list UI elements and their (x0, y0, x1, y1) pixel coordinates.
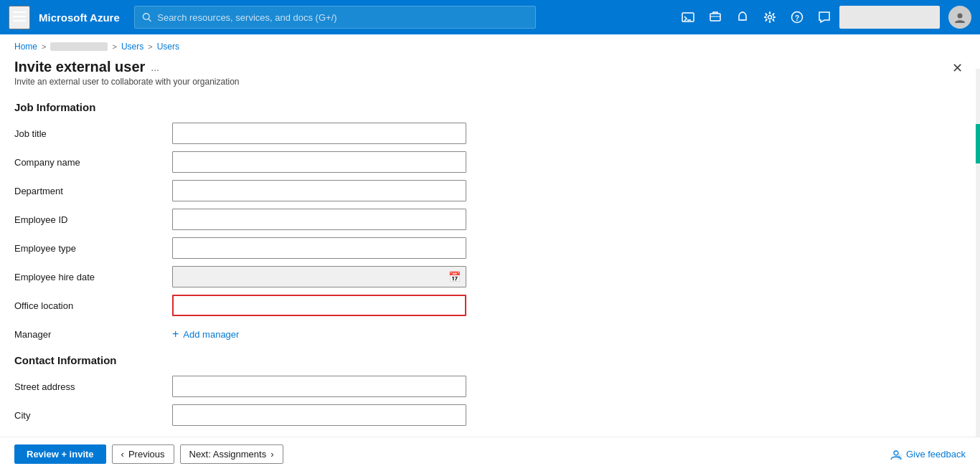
notifications-button[interactable] (730, 6, 755, 28)
previous-chevron: ‹ (121, 449, 124, 460)
topbar-icon-group: ? (676, 6, 971, 29)
label-employee-hire-date: Employee hire date (14, 272, 172, 282)
svg-rect-1 (13, 16, 26, 17)
label-city: City (14, 410, 172, 421)
main-content: Home > > Users > Users Invite external u… (0, 34, 980, 471)
page-header: Invite external user ... Invite an exter… (0, 56, 980, 92)
form-row-employee-hire-date: Employee hire date 📅 (14, 265, 966, 288)
form-scroll-area: Job Information Job title Company name D… (0, 92, 980, 437)
svg-text:?: ? (795, 14, 799, 22)
next-button[interactable]: Next: Assignments › (180, 444, 283, 464)
control-employee-hire-date: 📅 (172, 266, 466, 287)
page-subtitle: Invite an external user to collaborate w… (14, 77, 240, 87)
form-row-street-address: Street address (14, 375, 966, 398)
help-button[interactable]: ? (785, 6, 809, 28)
scrollbar-track (976, 69, 980, 437)
feedback-topbar-button[interactable] (812, 6, 837, 28)
add-manager-label: Add manager (183, 329, 239, 340)
input-office-location[interactable] (172, 295, 466, 316)
form-row-job-title: Job title (14, 122, 966, 145)
control-office-location (172, 295, 466, 316)
previous-label: Previous (128, 449, 165, 460)
page-title-text: Invite external user (14, 59, 145, 75)
page-title-ellipsis[interactable]: ... (151, 62, 159, 73)
directory-button[interactable] (703, 6, 727, 28)
control-department (172, 180, 466, 201)
svg-rect-0 (13, 11, 26, 13)
review-invite-button[interactable]: Review + invite (14, 444, 106, 464)
breadcrumb-sep-2: > (112, 42, 116, 51)
svg-point-14 (958, 14, 963, 19)
cloud-shell-button[interactable] (676, 6, 700, 28)
next-chevron: › (270, 449, 273, 460)
label-job-title: Job title (14, 128, 172, 139)
calendar-icon[interactable]: 📅 (448, 271, 461, 282)
svg-point-3 (143, 14, 149, 20)
give-feedback-button[interactable]: + Give feedback (890, 449, 966, 460)
next-label: Next: Assignments (189, 449, 267, 460)
form-row-city: City (14, 404, 966, 427)
label-street-address: Street address (14, 381, 172, 392)
svg-rect-7 (710, 14, 720, 21)
input-street-address[interactable] (172, 376, 466, 397)
control-company-name (172, 151, 466, 173)
hamburger-menu-button[interactable] (9, 6, 30, 29)
input-company-name[interactable] (172, 151, 466, 173)
job-section-heading: Job Information (14, 101, 966, 113)
control-manager: + Add manager (172, 328, 466, 341)
input-employee-type[interactable] (172, 237, 466, 259)
previous-button[interactable]: ‹ Previous (112, 444, 174, 464)
label-employee-type: Employee type (14, 243, 172, 254)
form-row-office-location: Office location (14, 294, 966, 317)
form-row-department: Department (14, 179, 966, 202)
svg-line-4 (149, 19, 151, 21)
control-job-title (172, 123, 466, 144)
close-button[interactable]: ✕ (949, 59, 966, 77)
breadcrumb-sep-3: > (148, 42, 152, 51)
control-employee-type (172, 237, 466, 259)
input-job-title[interactable] (172, 123, 466, 144)
breadcrumb-users-2[interactable]: Users (157, 42, 179, 52)
input-employee-id[interactable] (172, 209, 466, 230)
breadcrumb-users-1[interactable]: Users (121, 42, 143, 52)
scrollbar-thumb[interactable] (976, 124, 980, 163)
add-manager-button[interactable]: + Add manager (172, 328, 239, 341)
page-header-content: Invite external user ... Invite an exter… (14, 59, 240, 87)
svg-rect-2 (13, 20, 26, 22)
label-manager: Manager (14, 329, 172, 340)
control-city (172, 404, 466, 426)
label-office-location: Office location (14, 300, 172, 311)
account-avatar[interactable] (948, 6, 971, 29)
control-street-address (172, 376, 466, 397)
contact-section-heading: Contact Information (14, 354, 966, 366)
topbar: Microsoft Azure ? (0, 0, 980, 34)
form-row-employee-id: Employee ID (14, 208, 966, 231)
label-company-name: Company name (14, 157, 172, 168)
svg-text:+: + (897, 455, 900, 460)
svg-point-11 (768, 16, 772, 19)
search-input[interactable] (157, 12, 528, 23)
account-name-box (839, 6, 940, 29)
input-employee-hire-date[interactable] (172, 266, 466, 287)
feedback-icon: + (890, 449, 902, 460)
breadcrumb: Home > > Users > Users (0, 34, 980, 56)
give-feedback-label: Give feedback (906, 449, 966, 460)
form-row-company-name: Company name (14, 151, 966, 173)
form-row-employee-type: Employee type (14, 237, 966, 260)
breadcrumb-home[interactable]: Home (14, 42, 37, 52)
settings-button[interactable] (758, 6, 782, 28)
label-department: Department (14, 186, 172, 196)
breadcrumb-sep-1: > (42, 42, 46, 51)
search-icon (142, 12, 151, 22)
breadcrumb-blurred (50, 42, 108, 51)
page-title-row: Invite external user ... (14, 59, 240, 75)
search-box[interactable] (134, 6, 536, 29)
input-city[interactable] (172, 404, 466, 426)
action-bar: Review + invite ‹ Previous Next: Assignm… (0, 437, 980, 471)
label-employee-id: Employee ID (14, 214, 172, 225)
azure-logo: Microsoft Azure (39, 11, 120, 24)
input-department[interactable] (172, 180, 466, 201)
plus-icon: + (172, 328, 179, 341)
control-employee-id (172, 209, 466, 230)
form-row-manager: Manager + Add manager (14, 323, 966, 346)
